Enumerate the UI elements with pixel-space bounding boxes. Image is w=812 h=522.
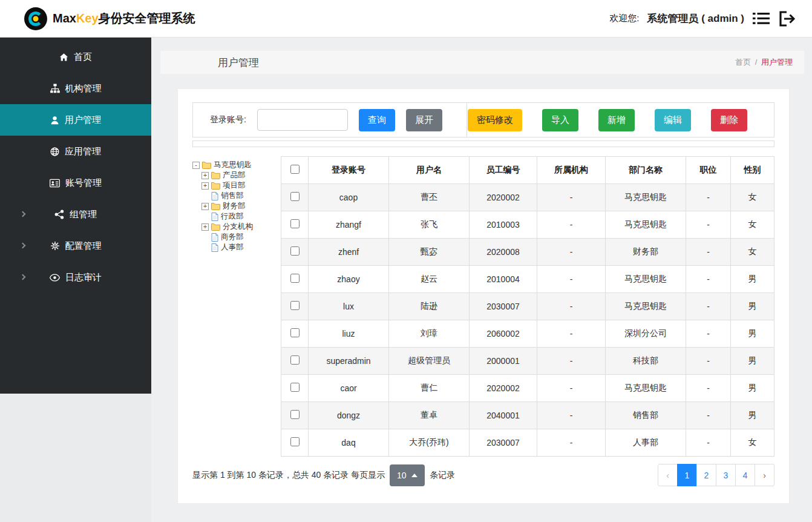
tree-node[interactable]: +项目部	[201, 180, 276, 191]
query-button[interactable]: 查询	[359, 109, 395, 131]
delete-button[interactable]: 删除	[711, 109, 747, 131]
cell: 男	[731, 266, 774, 293]
breadcrumb-current[interactable]: 用户管理	[761, 58, 793, 67]
import-button[interactable]: 导入	[542, 109, 578, 131]
table-row[interactable]: zhaoy赵云2010004-马克思钥匙-男	[281, 266, 774, 293]
eye-icon	[50, 274, 60, 282]
sidebar-item-config[interactable]: 配置管理	[0, 230, 151, 262]
main-content: 用户管理 首页 / 用户管理 登录账号: 查询 展开 密码修改导入新增编辑删除	[151, 38, 812, 522]
folder-open-icon	[202, 161, 211, 169]
pagination-next[interactable]: ›	[755, 464, 774, 486]
row-checkbox[interactable]	[290, 437, 300, 446]
sidebar-item-account[interactable]: 账号管理	[0, 167, 151, 199]
sidebar-item-label: 机构管理	[65, 83, 102, 94]
list-menu-icon[interactable]	[752, 11, 770, 26]
cell: zhangf	[309, 211, 389, 239]
row-checkbox[interactable]	[290, 192, 300, 201]
row-checkbox[interactable]	[290, 410, 300, 419]
cell: 刘璋	[389, 320, 470, 348]
tree-node[interactable]: +产品部	[201, 170, 276, 180]
cell: 人事部	[606, 429, 686, 457]
tree-root[interactable]: - 马克思钥匙	[192, 160, 276, 170]
pagination-page-1[interactable]: 1	[677, 464, 697, 486]
cell: -	[686, 293, 731, 320]
tree-node[interactable]: +财务部	[201, 201, 276, 211]
pagination-page-3[interactable]: 3	[716, 464, 736, 486]
expand-toggle-icon[interactable]: +	[201, 223, 209, 231]
record-summary: 显示第 1 到第 10 条记录，总共 40 条记录 每页显示 10 条记录	[192, 464, 455, 486]
cell: -	[686, 348, 731, 375]
breadcrumb-separator: /	[755, 58, 758, 67]
tree-node-label: 人事部	[221, 242, 244, 253]
cell: 陆逊	[389, 293, 470, 320]
edit-button[interactable]: 编辑	[655, 109, 691, 131]
cell: superadmin	[309, 348, 389, 375]
tree-node[interactable]: 行政部	[201, 211, 276, 222]
cell: 2020002	[470, 184, 537, 211]
add-button[interactable]: 新增	[598, 109, 635, 131]
table-row[interactable]: daq大乔(乔玮)2030007-人事部-女	[281, 429, 774, 457]
row-checkbox[interactable]	[290, 328, 300, 337]
breadcrumb-home[interactable]: 首页	[735, 58, 751, 67]
row-checkbox[interactable]	[290, 355, 300, 365]
collapse-toggle-icon[interactable]: -	[192, 162, 200, 169]
sidebar-item-audit[interactable]: 日志审计	[0, 262, 151, 293]
cell: dongz	[309, 402, 389, 429]
header-user-area: 欢迎您: 系统管理员 ( admin )	[609, 10, 796, 27]
checkbox-cell	[281, 429, 309, 457]
table-row[interactable]: caor曹仁2020002-马克思钥匙-男	[281, 375, 774, 402]
row-checkbox[interactable]	[290, 301, 300, 310]
chevron-right-icon	[20, 211, 26, 217]
pagination-page-4[interactable]: 4	[735, 464, 755, 486]
row-checkbox[interactable]	[290, 383, 300, 392]
table-row[interactable]: caop曹丕2020002-马克思钥匙-女	[281, 184, 774, 211]
cell: 科技部	[606, 348, 686, 375]
file-icon	[211, 243, 218, 252]
cell: 2030007	[470, 293, 537, 320]
pagination-prev[interactable]: ‹	[658, 464, 678, 486]
sidebar-item-app[interactable]: 应用管理	[0, 136, 151, 167]
expand-toggle-icon[interactable]: +	[201, 203, 209, 210]
cell: 男	[731, 320, 774, 348]
tree-node[interactable]: 销售部	[201, 191, 276, 201]
login-account-input[interactable]	[257, 109, 348, 131]
tree-node[interactable]: 人事部	[201, 242, 276, 253]
table-row[interactable]: zhenf甄宓2020008-财务部-女	[281, 239, 774, 266]
page-size-value: 10	[397, 471, 407, 480]
cell: -	[686, 375, 731, 402]
expand-toggle-icon[interactable]: +	[201, 182, 209, 190]
expand-button[interactable]: 展开	[406, 109, 442, 131]
logout-icon[interactable]	[778, 10, 796, 27]
table-row[interactable]: zhangf张飞2010003-马克思钥匙-女	[281, 211, 774, 239]
page-size-dropdown[interactable]: 10	[390, 464, 425, 486]
sidebar-item-group[interactable]: 组管理	[0, 199, 151, 230]
summary-prefix: 显示第 1 到第 10 条记录，总共 40 条记录 每页显示	[192, 470, 385, 481]
select-all-checkbox[interactable]	[290, 165, 300, 174]
row-checkbox[interactable]	[290, 274, 300, 283]
column-header: 性别	[731, 157, 774, 184]
cell: liuz	[309, 320, 389, 348]
column-header: 部门名称	[606, 157, 686, 184]
summary-suffix: 条记录	[430, 470, 455, 481]
column-header: 所属机构	[537, 157, 606, 184]
table-row[interactable]: lux陆逊2030007-马克思钥匙-男	[281, 293, 774, 320]
group-icon	[54, 210, 64, 219]
row-checkbox[interactable]	[290, 219, 300, 228]
globe-icon	[50, 147, 59, 156]
password-modify-button[interactable]: 密码修改	[468, 109, 522, 131]
tree-node[interactable]: 商务部	[201, 232, 276, 242]
sidebar-item-user[interactable]: 用户管理	[0, 104, 151, 136]
cell: -	[686, 239, 731, 266]
table-row[interactable]: dongz董卓2040001-销售部-男	[281, 402, 774, 429]
pagination-page-2[interactable]: 2	[696, 464, 716, 486]
row-checkbox[interactable]	[290, 246, 300, 256]
sidebar-item-home[interactable]: 首页	[0, 41, 151, 73]
expand-toggle-icon[interactable]: +	[201, 172, 209, 179]
brand-title: MaxKey身份安全管理系统	[53, 10, 195, 27]
tree-node[interactable]: +分支机构	[201, 222, 276, 232]
cell: 2020002	[470, 375, 537, 402]
table-row[interactable]: superadmin超级管理员2000001-科技部-男	[281, 348, 774, 375]
table-row[interactable]: liuz刘璋2060002-深圳分公司-男	[281, 320, 774, 348]
cell: -	[686, 429, 731, 457]
sidebar-item-org[interactable]: 机构管理	[0, 73, 151, 104]
